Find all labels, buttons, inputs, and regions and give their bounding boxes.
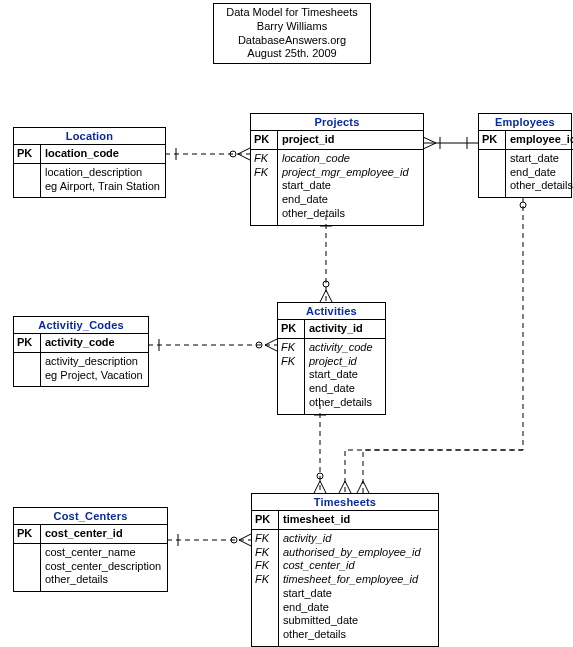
attr: end_date bbox=[283, 601, 434, 615]
attr: other_details bbox=[282, 207, 419, 221]
entity-projects: Projects PK FK FK project_id location_co… bbox=[250, 113, 424, 226]
attr: end_date bbox=[282, 193, 419, 207]
attr: end_date bbox=[510, 166, 573, 180]
attr: eg Project, Vacation bbox=[45, 369, 144, 383]
attr: end_date bbox=[309, 382, 381, 396]
attr: start_date bbox=[282, 179, 419, 193]
svg-line-24 bbox=[320, 481, 326, 493]
diagram-title-box: Data Model for Timesheets Barry Williams… bbox=[213, 3, 371, 64]
attr: activity_id bbox=[283, 532, 434, 546]
svg-line-34 bbox=[363, 481, 369, 493]
attr: location_description bbox=[45, 166, 161, 180]
entity-title: Location bbox=[14, 128, 165, 145]
svg-point-27 bbox=[231, 537, 237, 543]
entity-title: Projects bbox=[251, 114, 423, 131]
svg-point-4 bbox=[230, 151, 236, 157]
attr: start_date bbox=[510, 152, 573, 166]
entity-employees: Employees PK employee_id start_date end_… bbox=[478, 113, 572, 198]
attr: start_date bbox=[283, 587, 434, 601]
attr: cost_center_description bbox=[45, 560, 163, 574]
pk-attr: project_id bbox=[282, 133, 419, 147]
attr: other_details bbox=[510, 179, 573, 193]
attr: start_date bbox=[309, 368, 381, 382]
fk-label: FK bbox=[255, 573, 275, 587]
fk-label: FK bbox=[255, 532, 275, 546]
title-line: DatabaseAnswers.org bbox=[220, 34, 364, 48]
attr: cost_center_name bbox=[45, 546, 163, 560]
svg-line-8 bbox=[423, 143, 436, 149]
entity-activities: Activities PK FK FK activity_id activity… bbox=[277, 302, 386, 415]
svg-point-12 bbox=[323, 281, 329, 287]
svg-point-30 bbox=[520, 202, 526, 208]
fk-label: FK bbox=[254, 152, 274, 166]
svg-line-3 bbox=[238, 154, 250, 160]
pk-attr: location_code bbox=[45, 147, 161, 161]
entity-title: Activitiy_Codes bbox=[14, 317, 148, 334]
attr: submitted_date bbox=[283, 614, 434, 628]
svg-line-18 bbox=[265, 339, 277, 345]
entity-title: Cost_Centers bbox=[14, 508, 167, 525]
title-line: Barry Williams bbox=[220, 20, 364, 34]
entity-title: Activities bbox=[278, 303, 385, 320]
pk-attr: cost_center_id bbox=[45, 527, 163, 541]
entity-activity-codes: Activitiy_Codes PK activity_code activit… bbox=[13, 316, 149, 387]
pk-attr: activity_code bbox=[45, 336, 144, 350]
fk-label: FK bbox=[281, 341, 301, 355]
attr: other_details bbox=[45, 573, 163, 587]
entity-location: Location PK location_code location_descr… bbox=[13, 127, 166, 198]
svg-line-23 bbox=[314, 481, 320, 493]
svg-line-33 bbox=[357, 481, 363, 493]
pk-label: PK bbox=[255, 513, 275, 527]
svg-line-7 bbox=[423, 137, 436, 143]
pk-label: PK bbox=[281, 322, 301, 336]
svg-line-14 bbox=[326, 290, 332, 302]
attr: project_mgr_employee_id bbox=[282, 166, 419, 180]
attr: authorised_by_employee_id bbox=[283, 546, 434, 560]
svg-line-29 bbox=[239, 540, 251, 546]
entity-cost-centers: Cost_Centers PK cost_center_id cost_cent… bbox=[13, 507, 168, 592]
fk-label: FK bbox=[281, 355, 301, 369]
attr: other_details bbox=[309, 396, 381, 410]
svg-line-19 bbox=[265, 345, 277, 351]
pk-label: PK bbox=[482, 133, 502, 147]
pk-label: PK bbox=[254, 133, 274, 147]
entity-timesheets: Timesheets PK FK FK FK FK timesheet_id a… bbox=[251, 493, 439, 647]
pk-label: PK bbox=[17, 147, 37, 161]
svg-point-22 bbox=[317, 473, 323, 479]
svg-line-28 bbox=[239, 534, 251, 540]
pk-label: PK bbox=[17, 527, 37, 541]
attr: project_id bbox=[309, 355, 381, 369]
fk-label: FK bbox=[255, 546, 275, 560]
attr: activity_description bbox=[45, 355, 144, 369]
fk-label: FK bbox=[254, 166, 274, 180]
svg-line-32 bbox=[345, 481, 351, 493]
attr: eg Airport, Train Station bbox=[45, 180, 161, 194]
pk-label: PK bbox=[17, 336, 37, 350]
svg-line-31 bbox=[339, 481, 345, 493]
pk-attr: activity_id bbox=[309, 322, 381, 336]
entity-title: Employees bbox=[479, 114, 571, 131]
entity-title: Timesheets bbox=[252, 494, 438, 511]
svg-point-17 bbox=[256, 342, 262, 348]
attr: other_details bbox=[283, 628, 434, 642]
title-line: Data Model for Timesheets bbox=[220, 6, 364, 20]
pk-attr: timesheet_id bbox=[283, 513, 434, 527]
svg-line-2 bbox=[238, 148, 250, 154]
pk-attr: employee_id bbox=[510, 133, 573, 147]
attr: location_code bbox=[282, 152, 419, 166]
attr: activity_code bbox=[309, 341, 381, 355]
attr: cost_center_id bbox=[283, 559, 434, 573]
svg-line-13 bbox=[320, 290, 326, 302]
fk-label: FK bbox=[255, 559, 275, 573]
title-line: August 25th. 2009 bbox=[220, 47, 364, 61]
attr: timesheet_for_employee_id bbox=[283, 573, 434, 587]
